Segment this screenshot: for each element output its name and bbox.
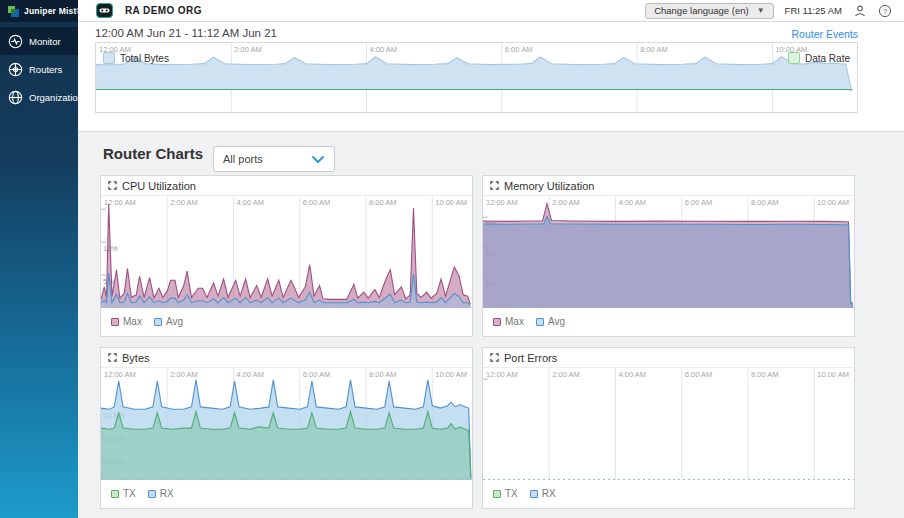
svg-text:10:00 AM: 10:00 AM	[435, 370, 467, 379]
max-swatch	[493, 318, 501, 326]
cpu-utilization-card: CPU Utilization 12:00 AM2:00 AM4:00 AM6:…	[100, 175, 473, 337]
legend-label: TX	[505, 488, 518, 499]
svg-text:?: ?	[883, 6, 887, 15]
legend-item-avg[interactable]: Avg	[154, 316, 183, 327]
expand-icon[interactable]	[108, 353, 117, 362]
avg-swatch	[536, 318, 544, 326]
org-name[interactable]: RA DEMO ORG	[125, 5, 202, 16]
sidebar-item-organization[interactable]: Organization	[0, 83, 78, 111]
org-icon	[96, 3, 113, 18]
svg-text:6:00 AM: 6:00 AM	[303, 370, 331, 379]
memory-legend: MaxAvg	[483, 308, 854, 335]
svg-text:10:00 AM: 10:00 AM	[817, 198, 849, 207]
total-bytes-label: Total Bytes	[120, 53, 169, 64]
svg-text:4:00 AM: 4:00 AM	[237, 198, 265, 207]
svg-text:10:00 AM: 10:00 AM	[817, 370, 849, 379]
logo-text: Juniper Mist®	[24, 6, 83, 16]
tx-swatch	[111, 490, 119, 498]
juniper-mist-logo[interactable]: Juniper Mist®	[0, 0, 78, 22]
svg-text:12:00 AM: 12:00 AM	[486, 370, 518, 379]
port-errors-chart-canvas[interactable]: 12:00 AM2:00 AM4:00 AM6:00 AM8:00 AM10:0…	[483, 368, 854, 480]
chart-title: CPU Utilization	[122, 180, 196, 192]
sidebar-item-routers[interactable]: Routers	[0, 55, 78, 83]
legend-item-tx[interactable]: TX	[111, 488, 136, 499]
data-rate-swatch	[788, 52, 800, 64]
bytes-svg: 12:00 AM2:00 AM4:00 AM6:00 AM8:00 AM10:0…	[101, 368, 472, 480]
user-icon[interactable]	[853, 4, 867, 18]
change-language-button[interactable]: Change language (en) ▼	[645, 3, 773, 19]
change-language-label: Change language (en)	[654, 5, 749, 16]
legend-label: TX	[123, 488, 136, 499]
svg-text:6:00 AM: 6:00 AM	[685, 370, 713, 379]
app-root: Juniper Mist® Monitor	[0, 0, 904, 518]
legend-item-avg[interactable]: Avg	[536, 316, 565, 327]
svg-text:8:00 AM: 8:00 AM	[369, 370, 397, 379]
cpu-chart-canvas[interactable]: 12:00 AM2:00 AM4:00 AM6:00 AM8:00 AM10:0…	[101, 196, 472, 308]
legend-data-rate[interactable]: Data Rate	[788, 52, 850, 64]
timeline-chart[interactable]: 12:00 AM2:00 AM4:00 AM6:00 AM8:00 AM10:0…	[95, 42, 858, 113]
top-header: RA DEMO ORG Change language (en) ▼ FRI 1…	[78, 0, 904, 22]
legend-item-rx[interactable]: RX	[148, 488, 174, 499]
sidebar-item-label: Organization	[29, 92, 83, 103]
bytes-legend: TXRX	[101, 480, 472, 507]
ports-filter-select[interactable]: All ports	[213, 146, 335, 172]
bytes-card: Bytes 12:00 AM2:00 AM4:00 AM6:00 AM8:00 …	[100, 347, 473, 509]
svg-text:12:00 AM: 12:00 AM	[104, 370, 136, 379]
legend-item-rx[interactable]: RX	[530, 488, 556, 499]
legend-label: Avg	[548, 316, 565, 327]
organization-globe-icon	[8, 90, 23, 105]
juniper-logo-icon	[7, 5, 20, 18]
chevron-down-icon	[311, 155, 325, 164]
svg-text:4:00 AM: 4:00 AM	[619, 370, 647, 379]
router-events-link[interactable]: Router Events	[791, 28, 858, 40]
legend-label: Max	[505, 316, 524, 327]
port_errors-svg: 12:00 AM2:00 AM4:00 AM6:00 AM8:00 AM10:0…	[483, 368, 854, 480]
svg-text:8:00 AM: 8:00 AM	[369, 198, 397, 207]
expand-icon[interactable]	[490, 181, 499, 190]
svg-text:8:00 AM: 8:00 AM	[640, 45, 668, 54]
bytes-chart-canvas[interactable]: 12:00 AM2:00 AM4:00 AM6:00 AM8:00 AM10:0…	[101, 368, 472, 480]
legend-total-bytes[interactable]: Total Bytes	[103, 52, 169, 64]
timeline-section: 12:00 AM Jun 21 - 11:12 AM Jun 21 Router…	[78, 22, 904, 132]
card-header: Bytes	[101, 348, 472, 368]
svg-text:8:00 AM: 8:00 AM	[751, 198, 779, 207]
memory-chart-canvas[interactable]: 12:00 AM2:00 AM4:00 AM6:00 AM8:00 AM10:0…	[483, 196, 854, 308]
svg-text:4:00 AM: 4:00 AM	[237, 370, 265, 379]
memory-utilization-card: Memory Utilization 12:00 AM2:00 AM4:00 A…	[482, 175, 855, 337]
svg-text:12:00 AM: 12:00 AM	[486, 198, 518, 207]
chart-title: Memory Utilization	[504, 180, 594, 192]
legend-item-max[interactable]: Max	[493, 316, 524, 327]
router-charts-title: Router Charts	[103, 145, 203, 162]
clock: FRI 11:25 AM	[785, 5, 842, 16]
svg-text:2:00 AM: 2:00 AM	[170, 198, 198, 207]
svg-text:6:00 AM: 6:00 AM	[303, 198, 331, 207]
cpu-legend: MaxAvg	[101, 308, 472, 335]
legend-item-tx[interactable]: TX	[493, 488, 518, 499]
sidebar-item-monitor[interactable]: Monitor	[0, 27, 78, 55]
card-header: Memory Utilization	[483, 176, 854, 196]
data-rate-label: Data Rate	[805, 53, 850, 64]
legend-label: RX	[160, 488, 174, 499]
caret-down-icon: ▼	[757, 6, 765, 15]
port-errors-legend: TXRX	[483, 480, 854, 507]
legend-label: Avg	[166, 316, 183, 327]
svg-text:8:00 AM: 8:00 AM	[751, 370, 779, 379]
router-icon	[8, 62, 23, 77]
svg-text:2:00 AM: 2:00 AM	[170, 370, 198, 379]
card-header: Port Errors	[483, 348, 854, 368]
card-header: CPU Utilization	[101, 176, 472, 196]
expand-icon[interactable]	[108, 181, 117, 190]
chart-title: Port Errors	[504, 352, 557, 364]
svg-text:2:00 AM: 2:00 AM	[552, 370, 580, 379]
timeline-svg: 12:00 AM2:00 AM4:00 AM6:00 AM8:00 AM10:0…	[96, 43, 857, 112]
total-bytes-swatch	[103, 52, 115, 64]
legend-item-max[interactable]: Max	[111, 316, 142, 327]
sidebar-item-label: Monitor	[29, 36, 61, 47]
svg-text:6:00 AM: 6:00 AM	[505, 45, 533, 54]
expand-icon[interactable]	[490, 353, 499, 362]
header-right: Change language (en) ▼ FRI 11:25 AM ?	[645, 3, 892, 19]
legend-label: Max	[123, 316, 142, 327]
help-icon[interactable]: ?	[878, 4, 892, 18]
svg-text:2:00 AM: 2:00 AM	[552, 198, 580, 207]
sidebar-nav: Monitor Routers	[0, 22, 78, 111]
